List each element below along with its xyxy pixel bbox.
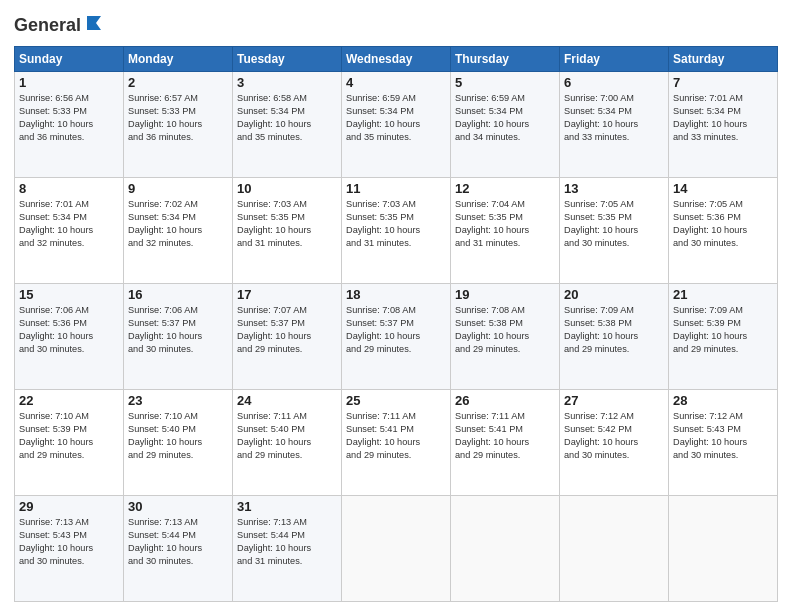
cell-info: Sunrise: 6:58 AMSunset: 5:34 PMDaylight:… [237,92,337,144]
cell-info: Sunrise: 7:13 AMSunset: 5:43 PMDaylight:… [19,516,119,568]
calendar-week-row: 22Sunrise: 7:10 AMSunset: 5:39 PMDayligh… [15,390,778,496]
day-number: 20 [564,287,664,302]
day-number: 16 [128,287,228,302]
calendar-header-row: SundayMondayTuesdayWednesdayThursdayFrid… [15,47,778,72]
day-number: 19 [455,287,555,302]
day-number: 28 [673,393,773,408]
page: General SundayMondayTuesdayWednesdayThur… [0,0,792,612]
cell-info: Sunrise: 7:12 AMSunset: 5:42 PMDaylight:… [564,410,664,462]
cell-info: Sunrise: 6:59 AMSunset: 5:34 PMDaylight:… [346,92,446,144]
cell-info: Sunrise: 7:08 AMSunset: 5:37 PMDaylight:… [346,304,446,356]
header: General [14,10,778,38]
day-number: 26 [455,393,555,408]
calendar-cell: 24Sunrise: 7:11 AMSunset: 5:40 PMDayligh… [233,390,342,496]
calendar-cell: 22Sunrise: 7:10 AMSunset: 5:39 PMDayligh… [15,390,124,496]
day-header-sunday: Sunday [15,47,124,72]
day-number: 18 [346,287,446,302]
calendar-week-row: 29Sunrise: 7:13 AMSunset: 5:43 PMDayligh… [15,496,778,602]
calendar-cell: 16Sunrise: 7:06 AMSunset: 5:37 PMDayligh… [124,284,233,390]
day-header-monday: Monday [124,47,233,72]
calendar-cell: 17Sunrise: 7:07 AMSunset: 5:37 PMDayligh… [233,284,342,390]
logo: General [14,14,107,38]
calendar-cell: 28Sunrise: 7:12 AMSunset: 5:43 PMDayligh… [669,390,778,496]
day-number: 14 [673,181,773,196]
day-number: 8 [19,181,119,196]
cell-info: Sunrise: 6:59 AMSunset: 5:34 PMDaylight:… [455,92,555,144]
calendar-cell: 12Sunrise: 7:04 AMSunset: 5:35 PMDayligh… [451,178,560,284]
calendar-cell: 14Sunrise: 7:05 AMSunset: 5:36 PMDayligh… [669,178,778,284]
day-number: 4 [346,75,446,90]
cell-info: Sunrise: 7:05 AMSunset: 5:35 PMDaylight:… [564,198,664,250]
logo-icon [83,14,107,38]
calendar-cell: 31Sunrise: 7:13 AMSunset: 5:44 PMDayligh… [233,496,342,602]
cell-info: Sunrise: 7:00 AMSunset: 5:34 PMDaylight:… [564,92,664,144]
cell-info: Sunrise: 7:06 AMSunset: 5:36 PMDaylight:… [19,304,119,356]
cell-info: Sunrise: 7:01 AMSunset: 5:34 PMDaylight:… [673,92,773,144]
cell-info: Sunrise: 7:13 AMSunset: 5:44 PMDaylight:… [128,516,228,568]
calendar-cell: 18Sunrise: 7:08 AMSunset: 5:37 PMDayligh… [342,284,451,390]
calendar-cell: 4Sunrise: 6:59 AMSunset: 5:34 PMDaylight… [342,72,451,178]
day-number: 7 [673,75,773,90]
calendar-cell: 10Sunrise: 7:03 AMSunset: 5:35 PMDayligh… [233,178,342,284]
day-number: 27 [564,393,664,408]
calendar-cell: 30Sunrise: 7:13 AMSunset: 5:44 PMDayligh… [124,496,233,602]
cell-info: Sunrise: 7:03 AMSunset: 5:35 PMDaylight:… [346,198,446,250]
day-number: 12 [455,181,555,196]
calendar-cell: 2Sunrise: 6:57 AMSunset: 5:33 PMDaylight… [124,72,233,178]
cell-info: Sunrise: 7:11 AMSunset: 5:40 PMDaylight:… [237,410,337,462]
calendar-cell [451,496,560,602]
cell-info: Sunrise: 7:08 AMSunset: 5:38 PMDaylight:… [455,304,555,356]
day-number: 24 [237,393,337,408]
cell-info: Sunrise: 7:07 AMSunset: 5:37 PMDaylight:… [237,304,337,356]
calendar-cell: 13Sunrise: 7:05 AMSunset: 5:35 PMDayligh… [560,178,669,284]
calendar-cell: 26Sunrise: 7:11 AMSunset: 5:41 PMDayligh… [451,390,560,496]
cell-info: Sunrise: 7:04 AMSunset: 5:35 PMDaylight:… [455,198,555,250]
cell-info: Sunrise: 7:09 AMSunset: 5:38 PMDaylight:… [564,304,664,356]
calendar-cell: 19Sunrise: 7:08 AMSunset: 5:38 PMDayligh… [451,284,560,390]
day-header-friday: Friday [560,47,669,72]
cell-info: Sunrise: 7:02 AMSunset: 5:34 PMDaylight:… [128,198,228,250]
calendar-cell: 15Sunrise: 7:06 AMSunset: 5:36 PMDayligh… [15,284,124,390]
cell-info: Sunrise: 7:12 AMSunset: 5:43 PMDaylight:… [673,410,773,462]
calendar-cell: 20Sunrise: 7:09 AMSunset: 5:38 PMDayligh… [560,284,669,390]
day-number: 31 [237,499,337,514]
day-number: 30 [128,499,228,514]
day-number: 25 [346,393,446,408]
cell-info: Sunrise: 7:03 AMSunset: 5:35 PMDaylight:… [237,198,337,250]
cell-info: Sunrise: 7:11 AMSunset: 5:41 PMDaylight:… [455,410,555,462]
cell-info: Sunrise: 6:57 AMSunset: 5:33 PMDaylight:… [128,92,228,144]
calendar-cell: 25Sunrise: 7:11 AMSunset: 5:41 PMDayligh… [342,390,451,496]
day-number: 9 [128,181,228,196]
cell-info: Sunrise: 6:56 AMSunset: 5:33 PMDaylight:… [19,92,119,144]
day-number: 2 [128,75,228,90]
cell-info: Sunrise: 7:06 AMSunset: 5:37 PMDaylight:… [128,304,228,356]
calendar-week-row: 8Sunrise: 7:01 AMSunset: 5:34 PMDaylight… [15,178,778,284]
cell-info: Sunrise: 7:01 AMSunset: 5:34 PMDaylight:… [19,198,119,250]
calendar-week-row: 1Sunrise: 6:56 AMSunset: 5:33 PMDaylight… [15,72,778,178]
calendar-cell: 11Sunrise: 7:03 AMSunset: 5:35 PMDayligh… [342,178,451,284]
day-number: 3 [237,75,337,90]
calendar-cell: 7Sunrise: 7:01 AMSunset: 5:34 PMDaylight… [669,72,778,178]
calendar-cell: 23Sunrise: 7:10 AMSunset: 5:40 PMDayligh… [124,390,233,496]
calendar-cell [669,496,778,602]
calendar-cell: 5Sunrise: 6:59 AMSunset: 5:34 PMDaylight… [451,72,560,178]
calendar-cell: 8Sunrise: 7:01 AMSunset: 5:34 PMDaylight… [15,178,124,284]
calendar-cell: 21Sunrise: 7:09 AMSunset: 5:39 PMDayligh… [669,284,778,390]
day-number: 5 [455,75,555,90]
calendar-week-row: 15Sunrise: 7:06 AMSunset: 5:36 PMDayligh… [15,284,778,390]
cell-info: Sunrise: 7:05 AMSunset: 5:36 PMDaylight:… [673,198,773,250]
day-header-wednesday: Wednesday [342,47,451,72]
day-number: 29 [19,499,119,514]
day-header-saturday: Saturday [669,47,778,72]
day-number: 6 [564,75,664,90]
day-number: 17 [237,287,337,302]
calendar-cell: 6Sunrise: 7:00 AMSunset: 5:34 PMDaylight… [560,72,669,178]
logo-text: General [14,16,81,36]
day-number: 10 [237,181,337,196]
calendar-cell: 3Sunrise: 6:58 AMSunset: 5:34 PMDaylight… [233,72,342,178]
day-number: 22 [19,393,119,408]
day-header-tuesday: Tuesday [233,47,342,72]
calendar-cell: 27Sunrise: 7:12 AMSunset: 5:42 PMDayligh… [560,390,669,496]
calendar-cell: 29Sunrise: 7:13 AMSunset: 5:43 PMDayligh… [15,496,124,602]
calendar-cell: 1Sunrise: 6:56 AMSunset: 5:33 PMDaylight… [15,72,124,178]
